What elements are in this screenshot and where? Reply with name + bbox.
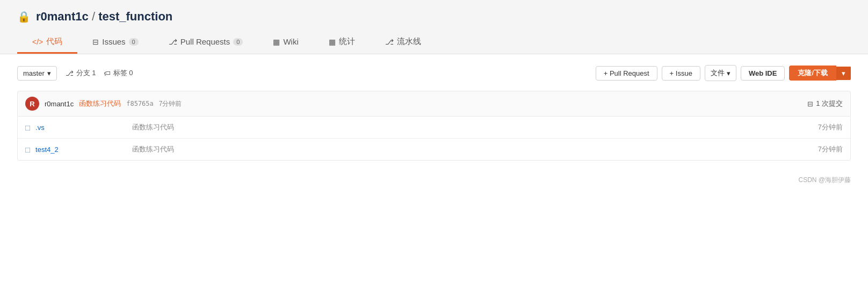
repo-title-row: 🔒 r0mant1c / test_function — [17, 10, 851, 31]
tab-stats-label: 统计 — [339, 37, 355, 47]
tab-pipeline-label: 流水线 — [397, 37, 421, 47]
file-table: □ .vs 函数练习代码 7分钟前 □ test4_2 函数练习代码 7分钟前 — [17, 117, 851, 161]
file-chevron-icon: ▾ — [727, 69, 730, 77]
tab-stats[interactable]: ▦ 统计 — [314, 31, 370, 54]
commit-count: ⊟ 1 次提交 — [807, 99, 843, 108]
clone-main-button[interactable]: 克隆/下载 — [789, 66, 836, 81]
repo-tabs: </> 代码 ⊟ Issues 0 ⎇ Pull Requests 0 ▦ Wi… — [17, 31, 851, 54]
branch-count-item: ⎇ 分支 1 — [66, 68, 96, 78]
tab-pulls-label: Pull Requests — [180, 37, 230, 46]
repo-slash: / — [89, 10, 98, 23]
repo-owner[interactable]: r0mant1c — [36, 10, 89, 23]
tab-issues-label: Issues — [102, 37, 125, 46]
file-commit-msg-vs: 函数练习代码 — [111, 122, 818, 132]
commit-time: 7分钟前 — [159, 99, 182, 108]
pull-request-button[interactable]: + Pull Request — [596, 66, 657, 81]
commit-message[interactable]: 函数练习代码 — [79, 99, 121, 108]
file-time-test4-2: 7分钟前 — [818, 144, 843, 154]
clone-dropdown-button[interactable]: ▾ — [836, 67, 851, 80]
repo-content: master ▾ ⎇ 分支 1 🏷 标签 0 + Pull Request + … — [0, 54, 868, 171]
repo-header: 🔒 r0mant1c / test_function </> 代码 ⊟ Issu… — [0, 0, 868, 54]
chevron-down-icon: ▾ — [47, 69, 51, 77]
branch-icon: ⎇ — [66, 69, 74, 77]
page-footer: CSDN @海胆伊藤 — [0, 171, 868, 189]
stats-icon: ▦ — [329, 38, 336, 46]
file-time-vs: 7分钟前 — [818, 122, 843, 132]
lock-icon: 🔒 — [17, 10, 31, 23]
clone-button[interactable]: 克隆/下载 ▾ — [789, 66, 851, 81]
file-button[interactable]: 文件 ▾ — [705, 65, 736, 81]
wiki-icon: ▦ — [273, 38, 280, 46]
issues-icon: ⊟ — [92, 38, 99, 46]
folder-icon-vs: □ — [25, 123, 30, 132]
branch-info: ⎇ 分支 1 🏷 标签 0 — [66, 68, 133, 78]
file-commit-msg-test4-2: 函数练习代码 — [111, 144, 818, 154]
issue-button[interactable]: + Issue — [662, 66, 700, 81]
tab-issues[interactable]: ⊟ Issues 0 — [77, 31, 153, 54]
tab-code-label: 代码 — [46, 37, 62, 47]
tag-count: 标签 0 — [113, 68, 133, 78]
branch-count: 分支 1 — [76, 68, 96, 78]
commit-hash: f85765a — [126, 100, 154, 107]
footer-text: CSDN @海胆伊藤 — [798, 176, 851, 184]
file-row-test4-2: □ test4_2 函数练习代码 7分钟前 — [18, 139, 850, 160]
avatar: R — [25, 97, 39, 111]
issues-badge: 0 — [129, 38, 139, 46]
tab-wiki[interactable]: ▦ Wiki — [258, 31, 313, 54]
pulls-icon: ⎇ — [169, 38, 177, 46]
branch-name: master — [23, 69, 45, 77]
file-name-vs[interactable]: .vs — [35, 124, 111, 132]
tab-code[interactable]: </> 代码 — [17, 31, 77, 54]
repo-name[interactable]: test_function — [98, 10, 172, 23]
web-ide-button[interactable]: Web IDE — [741, 66, 785, 81]
branch-bar: master ▾ ⎇ 分支 1 🏷 标签 0 + Pull Request + … — [17, 65, 851, 81]
repo-title: r0mant1c / test_function — [36, 10, 172, 24]
file-row-vs: □ .vs 函数练习代码 7分钟前 — [18, 117, 850, 139]
commit-author[interactable]: r0mant1c — [45, 100, 74, 108]
action-buttons: + Pull Request + Issue 文件 ▾ Web IDE 克隆/下… — [596, 65, 851, 81]
commit-count-icon: ⊟ — [807, 100, 813, 108]
tag-count-item: 🏷 标签 0 — [104, 68, 133, 78]
tab-pipeline[interactable]: ⎇ 流水线 — [370, 31, 436, 54]
commit-row: R r0mant1c 函数练习代码 f85765a 7分钟前 ⊟ 1 次提交 — [17, 91, 851, 117]
pipeline-icon: ⎇ — [385, 38, 394, 46]
folder-icon-test4-2: □ — [25, 145, 30, 154]
code-icon: </> — [32, 38, 43, 46]
tag-icon: 🏷 — [104, 69, 111, 77]
pulls-badge: 0 — [233, 38, 243, 46]
tab-pulls[interactable]: ⎇ Pull Requests 0 — [154, 31, 258, 54]
file-name-test4-2[interactable]: test4_2 — [35, 146, 111, 154]
branch-selector[interactable]: master ▾ — [17, 66, 57, 81]
commit-count-label: 1 次提交 — [816, 99, 843, 108]
tab-wiki-label: Wiki — [283, 37, 298, 46]
file-label: 文件 — [711, 68, 725, 78]
